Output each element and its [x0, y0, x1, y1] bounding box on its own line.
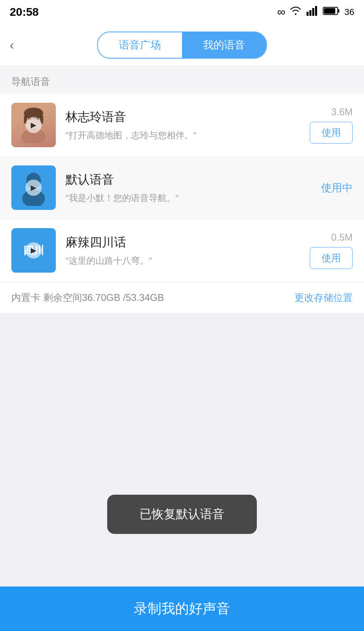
voice-right-sichuan: 0.5M 使用: [310, 232, 353, 269]
status-bar: 20:58 ∞ 36: [0, 0, 364, 24]
back-button[interactable]: ‹: [10, 38, 14, 53]
voice-desc-default: "我是小默！您的语音导航。": [66, 192, 311, 204]
storage-link[interactable]: 更改存储位置: [294, 291, 353, 304]
voice-info-sichuan: 麻辣四川话 "这里的山路十八弯。": [56, 234, 310, 267]
use-button-sichuan[interactable]: 使用: [310, 247, 353, 269]
svg-rect-3: [315, 6, 317, 16]
voice-list: ▶ 林志玲语音 "打开高德地图，志玲与您相伴。" 3.6M 使用 ▶ 默认语音 …: [0, 94, 364, 282]
signal-icon: [307, 6, 318, 18]
tab-mine[interactable]: 我的语音: [182, 32, 266, 58]
tab-group: 语音广场 我的语音: [97, 32, 267, 59]
bottom-record-button[interactable]: 录制我的好声音: [0, 587, 364, 631]
storage-bar: 内置卡 剩余空间36.70GB /53.34GB 更改存储位置: [0, 282, 364, 313]
voice-right-default: 使用中: [321, 181, 353, 195]
svg-rect-1: [309, 10, 311, 16]
empty-area: [0, 313, 364, 451]
play-icon-linzhi[interactable]: ▶: [25, 117, 42, 133]
svg-rect-0: [307, 12, 309, 16]
thumb-default[interactable]: ▶: [11, 165, 56, 210]
voice-item-linzhi: ▶ 林志玲语音 "打开高德地图，志玲与您相伴。" 3.6M 使用: [0, 94, 364, 157]
voice-info-linzhi: 林志玲语音 "打开高德地图，志玲与您相伴。": [56, 109, 310, 142]
svg-rect-5: [338, 9, 339, 13]
status-time: 20:58: [10, 6, 39, 19]
voice-name-linzhi: 林志玲语音: [66, 109, 300, 125]
voice-right-linzhi: 3.6M 使用: [310, 106, 353, 144]
voice-name-default: 默认语音: [66, 172, 311, 188]
using-text-default: 使用中: [321, 181, 353, 195]
voice-desc-sichuan: "这里的山路十八弯。": [66, 255, 300, 267]
voice-item-default: ▶ 默认语音 "我是小默！您的语音导航。" 使用中: [0, 157, 364, 219]
svg-rect-2: [312, 8, 314, 16]
voice-item-sichuan: 四川 ▶ 麻辣四川话 "这里的山路十八弯。" 0.5M 使用: [0, 219, 364, 282]
toast: 已恢复默认语音: [107, 495, 257, 534]
wifi-icon: [290, 6, 302, 18]
svg-rect-6: [324, 8, 335, 14]
bottom-btn-label: 录制我的好声音: [134, 599, 230, 618]
play-icon-default[interactable]: ▶: [25, 180, 42, 196]
section-label: 导航语音: [0, 66, 364, 94]
nav-bar: ‹ 语音广场 我的语音: [0, 24, 364, 66]
thumb-linzhi[interactable]: ▶: [11, 103, 56, 147]
thumb-sichuan[interactable]: 四川 ▶: [11, 228, 56, 273]
battery-level: 36: [345, 7, 354, 17]
status-icons: ∞ 36: [277, 6, 354, 19]
battery-icon: [323, 6, 340, 18]
voice-size-linzhi: 3.6M: [331, 106, 353, 118]
voice-desc-linzhi: "打开高德地图，志玲与您相伴。": [66, 129, 300, 142]
voice-info-default: 默认语音 "我是小默！您的语音导航。": [56, 172, 321, 204]
play-icon-sichuan[interactable]: ▶: [25, 242, 42, 258]
infinity-icon: ∞: [277, 6, 285, 19]
storage-info: 内置卡 剩余空间36.70GB /53.34GB: [11, 291, 164, 304]
tab-plaza[interactable]: 语音广场: [98, 32, 182, 58]
voice-size-sichuan: 0.5M: [331, 232, 353, 243]
voice-name-sichuan: 麻辣四川话: [66, 234, 300, 251]
use-button-linzhi[interactable]: 使用: [310, 122, 353, 144]
